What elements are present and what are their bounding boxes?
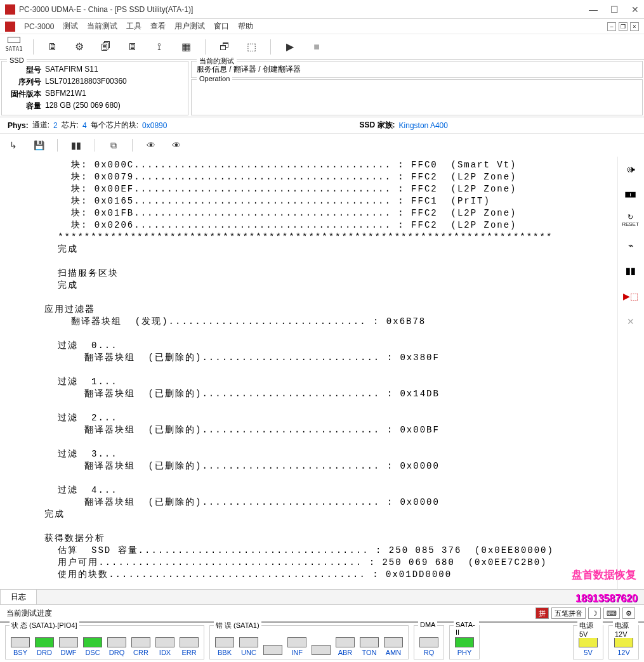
ime-keyboard-icon[interactable]: ⌨: [603, 607, 620, 619]
power-icon[interactable]: ⌁: [622, 237, 640, 254]
pause-button[interactable]: ▮▮: [69, 138, 83, 152]
log-output[interactable]: 块: 0x000C...............................…: [0, 157, 617, 589]
sata1-button[interactable]: SATA1: [6, 39, 22, 55]
model-value: SATAFIRM S11: [45, 65, 98, 75]
menubar: PC-3000 测试 当前测试 工具 查看 用户测试 窗口 帮助 – ❐ ×: [0, 19, 644, 34]
close-button[interactable]: ✕: [631, 4, 639, 15]
phys-label: Phys:: [8, 121, 29, 130]
led-indicator: [35, 637, 54, 647]
led-label: 5V: [584, 649, 592, 656]
led-label: RQ: [424, 649, 435, 656]
mdi-close-button[interactable]: ×: [630, 22, 639, 31]
led-crr: CRR: [130, 637, 152, 656]
status-dma-group: DMA RQ: [414, 625, 444, 659]
led-indicator: [455, 637, 474, 647]
toolbar-separator: [270, 39, 271, 55]
led-inf: INF: [286, 637, 308, 656]
ssd-info-group: SSD 型号SATAFIRM S11 序列号LSL7012818803F0036…: [1, 61, 188, 115]
app-icon-small: [5, 22, 15, 32]
led-indicator: [155, 637, 174, 647]
blk-label: 每个芯片的块:: [91, 120, 138, 131]
menu-window[interactable]: 窗口: [214, 21, 229, 32]
led-label: ERR: [181, 649, 196, 656]
led-label: ABR: [338, 649, 353, 656]
tool-ruler-icon[interactable]: ⟟: [152, 39, 167, 55]
chip-value: 4: [82, 121, 87, 130]
led-: [310, 645, 332, 656]
wrench-icon[interactable]: ✕: [622, 313, 640, 330]
ime-indicator-icon[interactable]: 拼: [536, 607, 549, 619]
menu-tools[interactable]: 工具: [126, 21, 141, 32]
minimize-button[interactable]: —: [589, 4, 598, 15]
copy-button[interactable]: ⧉: [107, 138, 121, 152]
led-idx: IDX: [154, 637, 176, 656]
find-button[interactable]: 👁: [144, 138, 158, 152]
status-power5v-group: 电源 5V 5V: [573, 625, 603, 659]
led-indicator: [360, 637, 379, 647]
main-toolbar: SATA1 🗎 ⚙ 🗐 🗏 ⟟ ▦ 🗗 ⬚ ▶ ■: [0, 34, 644, 60]
reset-button[interactable]: ↻RESET: [622, 211, 640, 229]
save-button[interactable]: 💾: [32, 138, 46, 152]
status-error-group: 错 误 (SATA1) BBKUNCINFABRTONAMN: [209, 625, 409, 659]
led-label: CRR: [133, 649, 148, 656]
info-panel: SSD 型号SATAFIRM S11 序列号LSL7012818803F0036…: [0, 60, 644, 117]
ime-mode[interactable]: 五笔拼音: [551, 607, 586, 619]
capacity-value: 128 GB (250 069 680): [45, 101, 121, 112]
sata2-legend: SATA-II: [454, 621, 479, 636]
led-drd: DRD: [34, 637, 55, 656]
tool-cascade-icon[interactable]: 🗗: [217, 39, 232, 55]
stop-button[interactable]: ■: [309, 39, 324, 55]
menu-test[interactable]: 测试: [63, 21, 78, 32]
channel-label: 通道:: [32, 120, 49, 131]
led-label: IDX: [159, 649, 171, 656]
ime-moon-icon[interactable]: ☽: [588, 607, 601, 619]
tool-gear-icon[interactable]: ⚙: [72, 39, 87, 55]
tab-log[interactable]: 日志: [0, 589, 37, 604]
led-bsy: BSY: [10, 637, 31, 656]
menu-view[interactable]: 查看: [150, 21, 166, 32]
export-button[interactable]: ↳: [6, 138, 20, 152]
chip2-icon[interactable]: ▶⬚: [622, 287, 640, 305]
menu-user-test[interactable]: 用户测试: [174, 21, 205, 32]
led-label: 12V: [617, 649, 630, 656]
led-label: AMN: [386, 649, 401, 656]
chip-icon[interactable]: 🀰: [622, 186, 640, 204]
current-test-legend: 当前的测试: [197, 56, 237, 66]
led-: [262, 645, 284, 656]
tool-hex-icon[interactable]: ⬚: [244, 39, 259, 55]
speaker-icon[interactable]: 🕪: [622, 160, 640, 178]
tool-grid-icon[interactable]: ▦: [178, 39, 194, 55]
main-area: 块: 0x000C...............................…: [0, 157, 644, 589]
tool-doc-icon[interactable]: 🗎: [45, 39, 60, 55]
status-power12v-group: 电源 12V 12V: [608, 625, 639, 659]
led-phy: PHY: [454, 637, 475, 656]
ssd-family-value: Kingston A400: [399, 121, 448, 130]
tool-docs-icon[interactable]: 🗏: [125, 39, 140, 55]
watermark-phone: 18913587620: [575, 593, 644, 604]
led-label: TON: [362, 649, 376, 656]
progress-label: 当前测试进度: [6, 608, 533, 619]
maximize-button[interactable]: ☐: [610, 4, 619, 15]
app-icon: [5, 4, 15, 15]
ssd-legend: SSD: [7, 56, 27, 64]
led-label: UNC: [241, 649, 256, 656]
phys-bar: Phys: 通道: 2 芯片: 4 每个芯片的块: 0x0890 SSD 家族:…: [0, 117, 644, 134]
menu-help[interactable]: 帮助: [238, 21, 253, 32]
find-next-button[interactable]: 👁: [169, 138, 183, 152]
mdi-minimize-button[interactable]: –: [607, 22, 616, 31]
toolbar-separator: [33, 39, 34, 55]
play-button[interactable]: ▶: [282, 39, 298, 55]
led-indicator: [263, 645, 282, 655]
led-indicator: [287, 637, 306, 647]
led-indicator: [131, 637, 150, 647]
menu-app[interactable]: PC-3000: [24, 22, 54, 31]
mdi-restore-button[interactable]: ❐: [619, 22, 628, 31]
menu-current-test[interactable]: 当前测试: [87, 21, 117, 32]
tool-copy-icon[interactable]: 🗐: [98, 39, 114, 55]
capacity-label: 容量: [7, 101, 45, 112]
chip-label: 芯片:: [62, 120, 79, 131]
ime-settings-icon[interactable]: ⚙: [622, 607, 635, 619]
current-test-group: 当前的测试 服务信息 / 翻译器 / 创建翻译器: [191, 61, 643, 78]
pause2-button[interactable]: ▮▮: [622, 262, 640, 280]
log-toolbar: ↳ 💾 ▮▮ ⧉ 👁 👁: [0, 134, 644, 157]
